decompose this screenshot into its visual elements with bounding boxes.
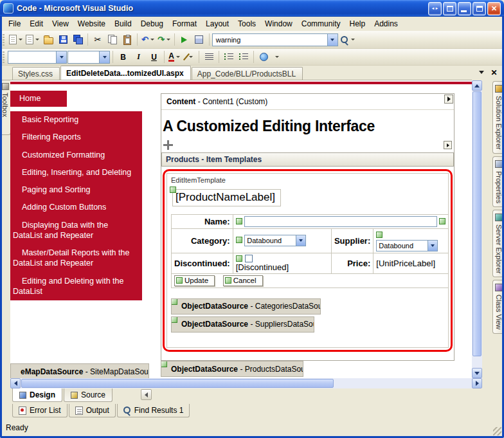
product-name-input[interactable] [244,216,437,227]
window-mode-button[interactable] [443,2,456,15]
tab-list-dropdown-button[interactable] [476,68,486,77]
toolbox-tab[interactable]: Toolbox [0,80,11,135]
tab-find-results[interactable]: Find Results 1 [117,404,190,417]
minimize-button[interactable] [458,2,471,15]
supplier-dropdown[interactable]: Databound [376,240,438,251]
italic-button[interactable]: I [131,51,146,64]
vertical-scrollbar[interactable] [472,80,482,378]
content-placeholder-control[interactable]: Content - Content1 (Custom) A Customized… [161,93,455,361]
bullet-list-button[interactable] [222,50,236,64]
products-datasource-control[interactable]: ObjectDataSource - ProductsDataSource [161,361,303,377]
underline-button[interactable]: U [147,51,161,64]
toolbar-grip[interactable] [3,34,4,46]
find-combo[interactable]: warning [212,33,338,46]
smart-tag-arrow-icon[interactable] [444,95,453,104]
nav-item-customized-formatting[interactable]: Customized Formatting [10,147,142,164]
menu-help[interactable]: Help [345,17,370,30]
menu-website[interactable]: Website [73,17,110,30]
scroll-right-button[interactable] [472,378,482,388]
start-debug-button[interactable] [177,33,192,47]
category-dropdown[interactable]: Databound [244,235,306,246]
paste-button[interactable] [120,33,134,47]
tab-design[interactable]: Design [12,388,62,402]
cut-button[interactable]: ✂ [91,33,105,47]
style-combo[interactable] [8,51,67,64]
copy-button[interactable] [105,33,120,47]
nav-item-master-detail[interactable]: Master/Detail Reports with the DataList … [10,244,142,273]
style-combo-dropdown[interactable] [56,51,66,63]
server-explorer-tab[interactable]: Server Explorer [492,210,504,277]
discontinued-checkbox[interactable] [245,255,253,262]
open-file-button[interactable] [41,33,55,47]
resize-grip[interactable] [493,427,501,435]
scroll-left-button[interactable] [10,378,21,388]
save-all-button[interactable] [71,33,85,47]
tab-styles-css[interactable]: Styles.css [12,67,60,80]
menu-layout[interactable]: Layout [201,17,233,30]
menu-community[interactable]: Community [297,17,345,30]
menu-build[interactable]: Build [110,17,136,30]
tab-scroll-left-button[interactable] [141,389,152,400]
horizontal-scroll-thumb[interactable] [21,379,334,388]
tab-error-list[interactable]: Error List [12,404,68,417]
horizontal-scrollbar[interactable] [10,378,482,388]
font-combo-dropdown[interactable] [99,51,109,63]
menu-format[interactable]: Format [168,17,201,30]
menu-window[interactable]: Window [260,17,297,30]
nav-item-filtering-reports[interactable]: Filtering Reports [10,129,142,146]
dropdown-button[interactable] [296,235,305,246]
nav-item-adding-custom-buttons[interactable]: Adding Custom Buttons [10,199,142,216]
nav-item-editing-deleting-datalist[interactable]: Editing and Deleting with the DataList [10,273,142,301]
update-button[interactable]: Update [174,275,215,286]
menu-edit[interactable]: Edit [25,17,48,30]
numbered-list-button[interactable] [237,50,251,64]
smart-tag-arrow-icon[interactable] [444,141,452,149]
menu-debug[interactable]: Debug [136,17,168,30]
toolbar-options-icon[interactable] [275,56,279,58]
nav-item-paging-sorting[interactable]: Paging and Sorting [10,181,142,199]
toolbar-grip[interactable] [3,51,4,63]
properties-tab[interactable]: Properties [492,156,504,207]
font-combo[interactable] [68,51,110,64]
menu-view[interactable]: View [48,17,73,30]
redo-button[interactable]: ↷ [156,33,172,47]
find-in-files-button[interactable] [339,33,356,47]
tab-productsbll[interactable]: App_Code/BLL/ProductsBLL [192,67,303,80]
highlight-button[interactable] [182,50,196,64]
scroll-up-button[interactable] [472,80,482,91]
font-color-button[interactable]: A [167,50,181,64]
add-item-button[interactable] [24,33,40,47]
menu-addins[interactable]: Addins [370,17,402,30]
edit-item-template-region[interactable]: EditItemTemplate [ProductNameLabel] Name… [166,173,449,348]
datalist-header[interactable]: Products - Item Templates [161,152,454,167]
block-format-button[interactable] [202,50,216,64]
view-in-browser-button[interactable] [192,33,206,47]
find-combo-dropdown[interactable] [327,34,338,46]
close-button[interactable]: ✕ [487,2,501,15]
nav-item-home[interactable]: Home [10,91,67,107]
undo-button[interactable]: ↶ [140,33,156,47]
nav-item-editing-inserting-deleting[interactable]: Editing, Inserting, and Deleting [10,164,142,181]
scroll-down-button[interactable] [472,368,482,378]
nav-item-basic-reporting[interactable]: Basic Reporting [10,111,142,129]
save-button[interactable] [56,33,70,47]
dock-button[interactable]: ◄► [428,2,442,15]
categories-datasource-control[interactable]: ObjectDataSource - CategoriesDataSource [171,298,321,315]
hyperlink-button[interactable] [256,50,271,64]
tab-output[interactable]: Output [69,404,116,417]
menu-file[interactable]: File [4,17,25,30]
solution-explorer-tab[interactable]: Solution Explorer [492,81,504,154]
tab-close-button[interactable]: ✕ [489,68,499,77]
new-project-button[interactable] [8,33,24,47]
maximize-button[interactable] [473,2,486,15]
cancel-button[interactable]: Cancel [223,275,263,286]
tab-source[interactable]: Source [64,388,113,402]
class-view-tab[interactable]: Class View [492,280,504,333]
design-surface[interactable]: Home Basic Reporting Filtering Reports C… [10,80,472,378]
product-name-label-control[interactable]: [ProductNameLabel] [172,189,281,206]
sitemap-datasource-control[interactable]: eMapDataSource - SiteMapDataSource1 [10,363,149,378]
bold-button[interactable]: B [116,51,130,64]
nav-item-displaying-data[interactable]: Displaying Data with the DataList and Re… [10,217,142,245]
dropdown-button[interactable] [428,241,437,251]
tab-editdeletedatalist-aspx[interactable]: EditDeleteData...tomizedUI.aspx [60,66,191,80]
